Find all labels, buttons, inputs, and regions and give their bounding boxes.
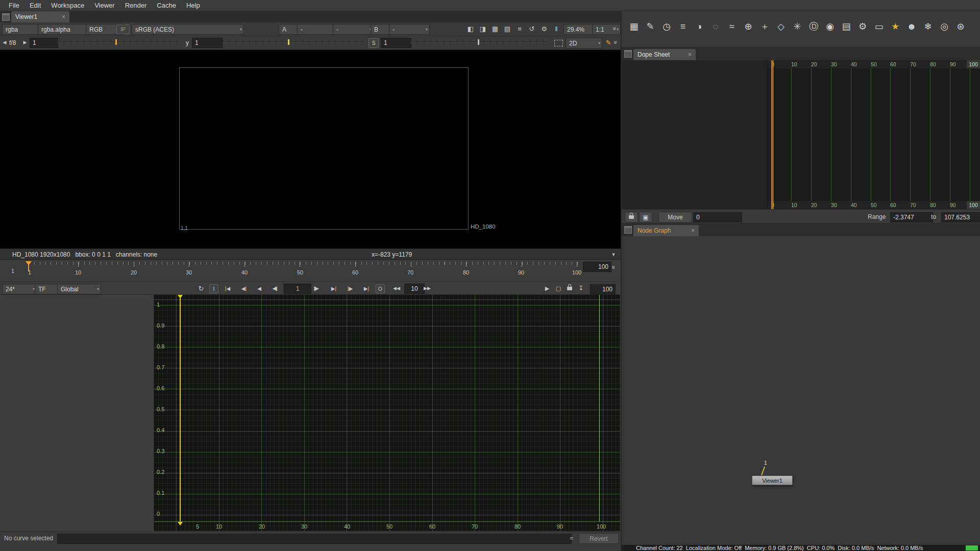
saturation-slider[interactable] [410,38,548,46]
expand-toolbar2-icon[interactable]: » [611,39,620,45]
extras-icon[interactable]: ⊛ [954,20,967,33]
node-graph-canvas[interactable]: 1 Viewer1 [622,236,980,545]
tab-node-graph[interactable]: Node Graph × [633,225,699,236]
curve-graph[interactable] [154,295,620,531]
step-back-icon[interactable]: ◀ [254,284,264,293]
timeline-expand-icon[interactable]: » [609,264,618,270]
play-backward-icon[interactable]: ◀ [270,284,280,293]
split-compare-icon[interactable]: ◨ [478,24,488,33]
saturation-toggle[interactable]: S [369,38,379,48]
metadata-icon[interactable]: ▤ [840,20,852,33]
deep-icon[interactable]: Ⓓ [807,20,820,33]
last-frame-icon[interactable]: ▶| [360,284,373,293]
panel-menu-icon[interactable] [2,13,10,21]
increment-step-icon[interactable]: ▶▶ [421,284,434,293]
playback-scope-select[interactable]: Global▾ [57,284,101,294]
gear-icon[interactable]: ⚙ [539,24,549,33]
merge-icon[interactable]: ⊕ [742,20,754,33]
revert-button[interactable]: Revert [579,533,619,544]
panel-menu-icon[interactable] [624,226,632,234]
curve-playhead-line[interactable] [180,295,181,521]
prev-keyframe-icon[interactable]: ◀| [238,284,250,293]
current-frame-field[interactable]: 1 [284,284,311,294]
refresh-icon[interactable]: ↺ [527,24,537,33]
menu-edit[interactable]: Edit [25,2,45,9]
viewer-mode-select[interactable]: 2D▾ [566,38,602,48]
frames-icon[interactable]: ▣ [639,212,652,222]
input-process-toggle[interactable]: IP [116,24,130,34]
decrement-step-icon[interactable]: ◀◀ [390,284,403,293]
gain-field[interactable]: 1 [30,38,58,48]
saturation-slider-handle[interactable] [478,39,479,45]
menu-file[interactable]: File [4,2,24,9]
dope-sheet-names-column[interactable] [622,60,767,209]
gamma-slider[interactable] [223,38,364,46]
curve-tree-panel[interactable] [0,295,154,531]
gamma-slider-handle[interactable] [288,39,289,45]
render-flipbook-icon[interactable]: ↧ [576,284,586,293]
tab-viewer1[interactable]: Viewer1 × [11,11,69,22]
curve-expression-field[interactable] [57,534,572,544]
playback-viewer-icon[interactable]: ▶ [542,284,552,293]
menu-viewer[interactable]: Viewer [90,2,119,9]
info-expand-icon[interactable]: ▼ [608,250,619,259]
close-icon[interactable]: × [691,227,695,234]
gamma-field[interactable]: 1 [192,38,223,48]
three-d-icon[interactable]: ◇ [775,20,787,33]
close-icon[interactable]: × [688,51,692,58]
timeline-major-ticks[interactable] [78,262,583,267]
transform-icon[interactable]: ＋ [758,20,771,33]
plugins-icon[interactable]: ★ [889,20,901,33]
fps-select[interactable]: 24*▾ [2,284,37,294]
range-from-field[interactable]: -2.3747 [890,212,933,222]
playback-end-field[interactable]: 100 [590,284,616,294]
draw-icon[interactable]: ✎ [644,20,656,33]
menu-cache[interactable]: Cache [152,2,181,9]
step-forward-icon[interactable]: ▶| [328,284,340,293]
play-forward-icon[interactable]: ▶ [311,284,322,293]
close-icon[interactable]: × [62,13,65,20]
timeline-end-field[interactable]: 100 [583,262,611,272]
wipe-icon[interactable]: ◧ [465,24,476,33]
full-frame-icon[interactable]: ▢ [553,284,564,293]
move-button[interactable]: Move [658,212,692,222]
views-icon[interactable]: ◉ [824,20,836,33]
menu-workspace[interactable]: Workspace [46,2,89,9]
viewer-b-source-select[interactable]: -▾ [389,24,430,35]
lock-range-icon[interactable] [565,284,575,293]
pause-icon[interactable]: ‖ [551,24,561,33]
gain-slider[interactable] [57,38,180,46]
next-fstop-icon[interactable]: ▶ [21,38,29,47]
color-icon[interactable]: ◑ [693,20,705,33]
particles-icon[interactable]: ✳ [791,20,803,33]
prev-fstop-icon[interactable]: ◀ [1,38,8,47]
time-icon[interactable]: ◷ [660,20,673,33]
keyer-icon[interactable]: ≈ [726,20,738,33]
user-icon[interactable]: ☻ [905,20,918,33]
loop-mode-icon[interactable]: ↻ [196,284,206,293]
node-input-connector[interactable] [761,466,765,475]
tab-dope-sheet[interactable]: Dope Sheet × [633,49,696,60]
set-in-point-button[interactable]: I [209,284,218,293]
next-keyframe-icon[interactable]: |▶ [344,284,356,293]
curve-playhead-bottom-marker[interactable] [178,522,183,525]
list-icon[interactable]: ≡ [514,24,525,33]
stripes-icon[interactable]: ▤ [502,24,512,33]
dope-playhead-line[interactable] [771,60,772,209]
viewer-a-source-select[interactable]: -▾ [297,24,338,35]
viewer-wipe-mode-select[interactable]: -▾ [333,24,374,35]
expand-toolbar-icon[interactable]: » [610,26,619,32]
channel-icon[interactable]: ≡ [677,20,689,33]
filter-icon[interactable]: ◌ [709,20,722,33]
lock-icon[interactable] [625,212,638,222]
toolsets-icon[interactable]: ⚙ [856,20,869,33]
roi-icon[interactable] [554,40,563,46]
menu-help[interactable]: Help [182,2,205,9]
menu-render[interactable]: Render [120,2,152,9]
saturation-field[interactable]: 1 [381,38,411,48]
other-icon[interactable]: ▭ [873,20,885,33]
panel-menu-icon[interactable] [624,50,632,58]
viewer-canvas[interactable]: HD_1080 1,1 [0,50,621,248]
viewer1-node[interactable]: Viewer1 [752,475,793,485]
first-frame-icon[interactable]: |◀ [222,284,234,293]
